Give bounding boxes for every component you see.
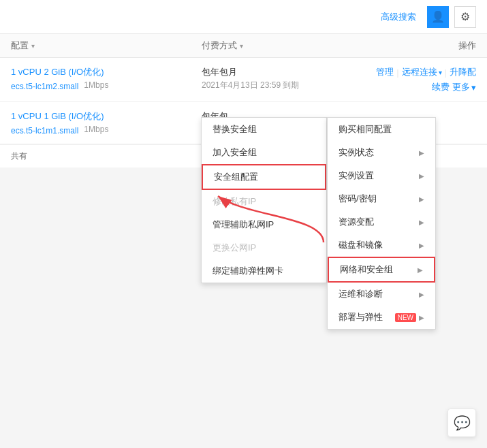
actions-cell-1: 管理 | 远程连接 ▾ | 升降配 续费 更多▾	[338, 66, 476, 93]
left-context-menu: 替换安全组 加入安全组 安全组配置 修改私有IP 管理辅助私网IP 更换公网IP…	[201, 117, 327, 283]
user-icon-button[interactable]: 👤	[427, 6, 449, 28]
gear-icon: ⚙	[460, 10, 470, 23]
instance-id-2[interactable]: ecs.t5-lc1m1.small	[11, 126, 78, 135]
sort-icon: ▾	[31, 42, 35, 50]
billing-cell-1: 包年包月 2021年4月13日 23:59 到期	[202, 66, 338, 91]
menu-item-join-sg[interactable]: 加入安全组	[202, 141, 326, 164]
new-badge: NEW	[395, 313, 416, 322]
instance-bandwidth-2: 1Mbps	[84, 125, 108, 135]
adv-search-button[interactable]: 高级搜索	[375, 8, 422, 26]
billing-sort-icon: ▾	[240, 42, 243, 50]
table-row: 1 vCPU 2 GiB (I/O优化) ecs.t5-lc1m2.small …	[0, 58, 487, 102]
menu-item-network-sg[interactable]: 网络和安全组 ▶	[328, 257, 435, 283]
instance-id-1[interactable]: ecs.t5-lc1m2.small	[11, 82, 78, 91]
menu-item-resource-change[interactable]: 资源变配 ▶	[328, 210, 435, 234]
config-column-header: 配置 ▾	[11, 39, 202, 52]
chat-icon: 💬	[454, 415, 471, 431]
instance-name-1[interactable]: 1 vCPU 2 GiB (I/O优化)	[11, 66, 202, 78]
more-chevron-icon: ▾	[471, 82, 476, 93]
menu-item-ops-diagnose[interactable]: 运维和诊断 ▶	[328, 283, 435, 306]
instance-config-cell-2: 1 vCPU 1 GiB (I/O优化) ecs.t5-lc1m1.small …	[11, 110, 202, 135]
menu-item-sg-config[interactable]: 安全组配置	[202, 164, 326, 190]
chevron-right-icon: ▶	[419, 219, 424, 226]
config-header-label: 配置	[11, 39, 29, 52]
top-toolbar: 高级搜索 👤 ⚙	[0, 0, 487, 34]
menu-item-deploy-elastic[interactable]: 部署与弹性 NEW ▶	[328, 306, 435, 329]
chevron-right-icon: ▶	[419, 172, 424, 180]
chevron-right-icon: ▶	[418, 266, 423, 274]
chevron-right-icon: ▶	[419, 149, 424, 157]
manage-link-1[interactable]: 管理	[376, 66, 394, 78]
remote-chevron-icon: ▾	[439, 69, 442, 76]
chevron-right-icon: ▶	[419, 195, 424, 203]
chevron-right-icon: ▶	[419, 291, 424, 298]
menu-item-bind-eni[interactable]: 绑定辅助弹性网卡	[202, 259, 326, 283]
menu-item-password-key[interactable]: 密码/密钥 ▶	[328, 187, 435, 210]
right-context-menu: 购买相同配置 实例状态 ▶ 实例设置 ▶ 密码/密钥 ▶ 资源变配 ▶ 磁盘和镜…	[327, 117, 436, 330]
billing-header-label: 付费方式	[202, 39, 237, 52]
renew-link-1[interactable]: 续费	[432, 81, 450, 93]
remote-connect-dropdown-1[interactable]: 远程连接 ▾	[402, 66, 442, 78]
menu-item-instance-status[interactable]: 实例状态 ▶	[328, 141, 435, 164]
instance-config-cell: 1 vCPU 2 GiB (I/O优化) ecs.t5-lc1m2.small …	[11, 66, 202, 91]
actions-column-header: 操作	[338, 39, 476, 52]
instance-bandwidth-1: 1Mbps	[84, 80, 108, 91]
menu-item-modify-private-ip: 修改私有IP	[202, 190, 326, 213]
billing-column-header: 付费方式 ▾	[202, 39, 338, 52]
menu-item-buy-same[interactable]: 购买相同配置	[328, 118, 435, 141]
menu-item-instance-settings[interactable]: 实例设置 ▶	[328, 164, 435, 187]
upgrade-link-1[interactable]: 升降配	[450, 66, 476, 78]
chat-bubble-button[interactable]: 💬	[447, 409, 476, 437]
menu-item-disk-image[interactable]: 磁盘和镜像 ▶	[328, 234, 435, 257]
footer-total-label: 共有	[11, 151, 27, 161]
more-dropdown-1[interactable]: 更多▾	[452, 81, 476, 93]
table-header: 配置 ▾ 付费方式 ▾ 操作	[0, 34, 487, 58]
billing-type-1: 包年包月	[202, 66, 338, 78]
actions-header-label: 操作	[458, 40, 476, 50]
menu-item-replace-sg[interactable]: 替换安全组	[202, 118, 326, 141]
billing-date-1: 2021年4月13日 23:59 到期	[202, 80, 338, 91]
chevron-right-icon: ▶	[419, 314, 424, 321]
user-icon: 👤	[431, 10, 445, 23]
chevron-right-icon: ▶	[419, 242, 424, 249]
gear-icon-button[interactable]: ⚙	[454, 6, 476, 28]
menu-item-change-public-ip: 更换公网IP	[202, 236, 326, 259]
instance-name-2[interactable]: 1 vCPU 1 GiB (I/O优化)	[11, 110, 202, 123]
menu-item-manage-secondary-ip[interactable]: 管理辅助私网IP	[202, 213, 326, 236]
